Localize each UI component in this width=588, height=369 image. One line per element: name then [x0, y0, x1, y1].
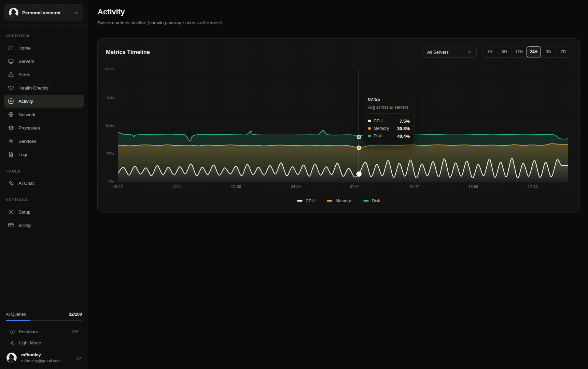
user-name: mfhonley [21, 352, 61, 358]
legend-label: CPU [306, 199, 314, 203]
alert-triangle-icon [8, 71, 14, 78]
sidebar-item-label: Servers [18, 59, 34, 64]
sidebar-item-billing[interactable]: Billing [4, 219, 84, 232]
sidebar-item-setup[interactable]: Setup [4, 205, 84, 218]
section-label-overview: OVERVIEW [6, 34, 88, 38]
footer-item-feedback[interactable]: Feedback⌘F [6, 326, 82, 337]
sidebar-item-ai-chat[interactable]: AI Chat [4, 177, 84, 190]
account-name: Personal account [22, 10, 70, 15]
sidebar-item-home[interactable]: Home [4, 41, 84, 54]
y-tick-100%: 100% [98, 67, 114, 71]
sparkles-icon [8, 180, 14, 186]
x-tick-04:23: 04:23 [291, 184, 301, 189]
sidebar-item-alerts[interactable]: Alerts [4, 68, 84, 81]
hover-dot-memory [357, 146, 361, 150]
section-label-tools: TOOLS [6, 169, 88, 173]
section-label-settings: SETTINGS [6, 198, 88, 202]
sidebar-item-label: Logs [18, 152, 28, 157]
range-button-3d[interactable]: 3D [541, 46, 556, 57]
ai-queries-progress-fill [6, 320, 30, 321]
hover-dot-cpu [357, 172, 361, 176]
page-subtitle: System metrics timeline (showing average… [98, 20, 223, 25]
tooltip-subtitle: Avg across all servers [368, 105, 410, 110]
legend-dash-icon [297, 200, 303, 202]
x-tick-18:47: 18:47 [113, 184, 123, 189]
legend-label: Disk [372, 199, 380, 203]
sidebar-item-servers[interactable]: Servers [4, 55, 84, 68]
sidebar-bottom: AI Queries 32/100 Feedback⌘FLight Mode m… [0, 306, 88, 369]
server-filter-dropdown[interactable]: All Servers [422, 46, 477, 58]
chart-tooltip: 07:55 Avg across all servers CPU7.5%Memo… [363, 92, 415, 144]
y-tick-25%: 25% [98, 152, 114, 156]
file-text-icon [8, 151, 14, 158]
hash-icon [8, 138, 14, 144]
globe-icon [8, 111, 14, 118]
tooltip-series-label: Memory [374, 126, 389, 131]
x-tick-17:13: 17:13 [528, 184, 538, 189]
legend-dash-icon [327, 200, 332, 202]
home-icon [8, 45, 14, 51]
x-tick-22:11: 22:11 [172, 184, 182, 189]
sidebar-item-logs[interactable]: Logs [4, 148, 84, 161]
sidebar-item-label: Health Checks [18, 85, 48, 91]
legend-dash-icon [363, 200, 369, 202]
sidebar-item-label: Services [18, 139, 36, 144]
monitor-icon [8, 58, 14, 64]
legend-label: Memory [335, 199, 351, 203]
legend-item-memory[interactable]: Memory [327, 199, 351, 203]
ai-queries-usage: AI Queries 32/100 [0, 306, 88, 323]
x-tick-13:59: 13:59 [468, 184, 478, 189]
card-title: Metrics Timeline [106, 49, 150, 55]
sidebar-item-label: AI Chat [18, 181, 34, 186]
sidebar-item-network[interactable]: Network [4, 108, 84, 121]
sidebar-item-activity[interactable]: Activity [4, 95, 84, 108]
legend-item-cpu[interactable]: CPU [297, 199, 314, 203]
account-switcher[interactable]: Personal account [4, 4, 83, 21]
range-button-1h[interactable]: 1H [482, 46, 497, 57]
user-card[interactable]: mfhonley mfhonley@gmail.com [6, 352, 82, 364]
tooltip-series-label: CPU [374, 119, 382, 123]
server-filter-value: All Servers [427, 50, 467, 55]
x-tick-01:08: 01:08 [232, 184, 241, 189]
gear-icon [8, 209, 14, 215]
credit-card-icon [8, 222, 14, 228]
legend-item-disk[interactable]: Disk [363, 199, 380, 203]
tooltip-row-memory: Memory30.8% [368, 125, 410, 132]
sun-icon [10, 340, 15, 346]
range-button-7d[interactable]: 7D [556, 46, 571, 57]
card-controls: All Servers 1H6H12H24H3D7D [422, 46, 571, 58]
main-content: Activity System metrics timeline (showin… [88, 0, 588, 369]
y-tick-50%: 50% [98, 123, 114, 127]
sidebar-item-services[interactable]: Services [4, 135, 84, 148]
page-title: Activity [98, 8, 125, 16]
sidebar-item-processes[interactable]: Processes [4, 121, 84, 134]
footer-item-label: Feedback [19, 329, 39, 334]
footer-item-light-mode[interactable]: Light Mode [6, 337, 82, 348]
y-tick-0%: 0% [98, 180, 114, 184]
metrics-chart[interactable]: 0%25%50%75%100%18:4722:1101:0804:2307:34… [98, 70, 579, 186]
x-tick-10:47: 10:47 [409, 184, 419, 189]
chevron-down-icon [74, 10, 79, 15]
chart-legend: CPUMemoryDisk [98, 199, 579, 203]
user-avatar [6, 353, 17, 363]
tooltip-series-value: 30.8% [397, 126, 410, 131]
range-button-12h[interactable]: 12H [512, 46, 527, 57]
ai-queries-value: 32/100 [69, 312, 82, 317]
range-button-24h[interactable]: 24H [527, 46, 541, 57]
user-email: mfhonley@gmail.com [21, 358, 61, 364]
hover-dot-disk [357, 135, 361, 139]
tooltip-time: 07:55 [368, 97, 410, 102]
cpu-icon [8, 125, 14, 131]
sidebar-nav: OVERVIEWHomeServersAlertsHealth ChecksAc… [0, 26, 88, 235]
range-button-6h[interactable]: 6H [497, 46, 512, 57]
tooltip-row-disk: Disk40.4% [368, 132, 410, 140]
x-tick-07:34: 07:34 [350, 184, 360, 189]
footer-item-label: Light Mode [19, 340, 41, 345]
sidebar-item-label: Billing [18, 223, 31, 228]
y-tick-75%: 75% [98, 95, 114, 99]
logout-icon[interactable] [75, 355, 81, 361]
sidebar-footer-rows: Feedback⌘FLight Mode [0, 323, 88, 350]
sidebar-item-label: Activity [18, 99, 33, 104]
tooltip-rows: CPU7.5%Memory30.8%Disk40.4% [368, 117, 410, 140]
sidebar-item-health-checks[interactable]: Health Checks [4, 81, 84, 94]
